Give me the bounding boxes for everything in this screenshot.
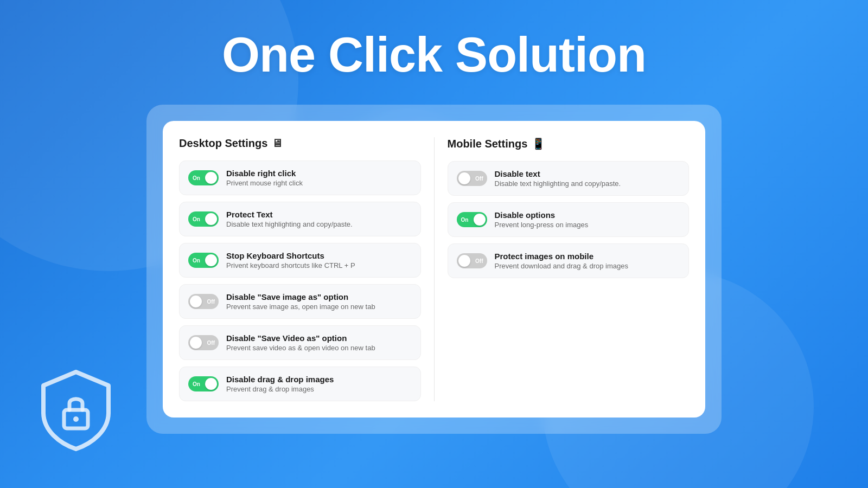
toggle-knob-m3 — [458, 255, 470, 267]
panel-divider — [434, 137, 435, 401]
setting-title-drag-drop: Disable drag & drop images — [226, 375, 412, 384]
shield-lock-icon — [33, 367, 119, 455]
settings-container: Desktop Settings 🖥 On Disable right clic… — [163, 121, 705, 418]
mobile-panel: Mobile Settings 📱 Off Disable text Disab… — [448, 137, 690, 401]
toggle-save-image[interactable]: Off — [188, 294, 219, 309]
setting-text-save-video: Disable "Save Video as" option Prevent s… — [226, 333, 412, 352]
setting-text-save-image: Disable "Save image as" option Prevent s… — [226, 292, 412, 311]
toggle-drag-drop[interactable]: On — [188, 376, 219, 391]
setting-row-disable-options-mobile: On Disable options Prevent long-press on… — [448, 202, 690, 237]
setting-row-disable-right-click: On Disable right click Privent mouse rig… — [179, 160, 421, 195]
mobile-icon: 📱 — [532, 137, 545, 150]
toggle-knob-3 — [205, 254, 217, 266]
mobile-panel-title: Mobile Settings 📱 — [448, 137, 690, 150]
toggle-label-on: On — [193, 175, 200, 181]
toggle-knob-m2 — [474, 214, 486, 226]
setting-desc-stop-keyboard: Privent keyboard shortcuts like CTRL + P — [226, 261, 412, 269]
glass-card: Desktop Settings 🖥 On Disable right clic… — [146, 105, 722, 434]
setting-row-drag-drop: On Disable drag & drop images Prevent dr… — [179, 367, 421, 401]
toggle-knob-4 — [190, 296, 202, 307]
setting-title-save-video: Disable "Save Video as" option — [226, 333, 412, 343]
setting-text-stop-keyboard: Stop Keyboard Shortcuts Privent keyboard… — [226, 251, 412, 269]
toggle-label-off-4: Off — [207, 299, 215, 305]
setting-title-save-image: Disable "Save image as" option — [226, 292, 412, 301]
setting-text-drag-drop: Disable drag & drop images Prevent drag … — [226, 375, 412, 393]
toggle-knob — [205, 172, 217, 184]
setting-desc-disable-text-mobile: Disable text highlighting and copy/paste… — [495, 179, 680, 188]
mobile-panel-label: Mobile Settings — [448, 138, 528, 150]
setting-row-stop-keyboard: On Stop Keyboard Shortcuts Privent keybo… — [179, 243, 421, 278]
desktop-panel-label: Desktop Settings — [179, 137, 267, 150]
desktop-panel: Desktop Settings 🖥 On Disable right clic… — [179, 137, 421, 401]
toggle-label-off-m1: Off — [475, 176, 483, 182]
toggle-stop-keyboard[interactable]: On — [188, 253, 219, 268]
toggle-save-video[interactable]: Off — [188, 335, 219, 350]
toggle-label-off-5: Off — [207, 340, 215, 346]
setting-row-protect-text: On Protect Text Disable text highlightin… — [179, 202, 421, 236]
toggle-knob-2 — [205, 213, 217, 225]
setting-desc-disable-right-click: Privent mouse right click — [226, 179, 412, 187]
toggle-disable-text-mobile[interactable]: Off — [457, 171, 487, 186]
toggle-label-off-m3: Off — [475, 258, 483, 264]
setting-desc-disable-options-mobile: Prevent long-press on images — [495, 221, 680, 229]
toggle-disable-options-mobile[interactable]: On — [457, 212, 487, 227]
toggle-knob-6 — [205, 378, 217, 390]
setting-title-disable-options-mobile: Disable options — [495, 210, 680, 220]
svg-point-1 — [73, 416, 79, 422]
setting-row-save-image: Off Disable "Save image as" option Preve… — [179, 284, 421, 319]
toggle-label-on-3: On — [193, 258, 200, 264]
setting-title-stop-keyboard: Stop Keyboard Shortcuts — [226, 251, 412, 260]
setting-text-protect-text: Protect Text Disable text highlighting a… — [226, 210, 412, 228]
setting-text-protect-images-mobile: Protect images on mobile Prevent downloa… — [495, 252, 680, 270]
setting-desc-protect-images-mobile: Prevent download and drag & drop images — [495, 262, 680, 270]
setting-text-disable-text-mobile: Disable text Disable text highlighting a… — [495, 169, 680, 188]
toggle-label-on-m2: On — [461, 217, 469, 223]
setting-title-protect-text: Protect Text — [226, 210, 412, 219]
setting-row-protect-images-mobile: Off Protect images on mobile Prevent dow… — [448, 243, 690, 278]
setting-text-disable-options-mobile: Disable options Prevent long-press on im… — [495, 210, 680, 229]
setting-title-protect-images-mobile: Protect images on mobile — [495, 252, 680, 261]
setting-title-disable-text-mobile: Disable text — [495, 169, 680, 178]
setting-desc-protect-text: Disable text highlighting and copy/paste… — [226, 220, 412, 228]
setting-desc-save-image: Prevent save image as, open image on new… — [226, 303, 412, 311]
desktop-panel-title: Desktop Settings 🖥 — [179, 137, 421, 150]
toggle-knob-5 — [190, 337, 202, 349]
desktop-icon: 🖥 — [272, 137, 283, 150]
setting-text-disable-right-click: Disable right click Privent mouse right … — [226, 169, 412, 187]
toggle-disable-right-click[interactable]: On — [188, 170, 219, 185]
setting-title-disable-right-click: Disable right click — [226, 169, 412, 178]
setting-desc-drag-drop: Prevent drag & drop images — [226, 385, 412, 393]
toggle-label-on-2: On — [193, 216, 200, 222]
setting-row-disable-text-mobile: Off Disable text Disable text highlighti… — [448, 161, 690, 196]
setting-row-save-video: Off Disable "Save Video as" option Preve… — [179, 325, 421, 360]
toggle-label-on-6: On — [193, 381, 200, 387]
toggle-knob-m1 — [458, 172, 470, 184]
toggle-protect-text[interactable]: On — [188, 211, 219, 227]
toggle-protect-images-mobile[interactable]: Off — [457, 253, 487, 268]
setting-desc-save-video: Prevent save video as & open video on ne… — [226, 344, 412, 352]
page-title: One Click Solution — [222, 27, 646, 83]
